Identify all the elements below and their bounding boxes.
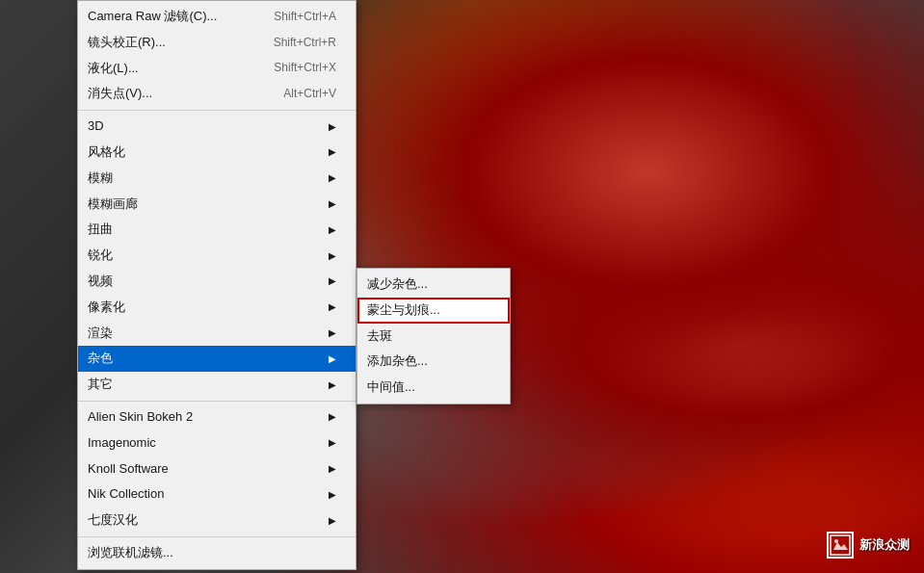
- filter-menu: Camera Raw 滤镜(C)... Shift+Ctrl+A 镜头校正(R)…: [77, 0, 356, 570]
- submenu-zaose: 减少杂色... 蒙尘与划痕... 去斑 添加杂色... 中间值...: [356, 268, 511, 404]
- menu-item-vanishing-point[interactable]: 消失点(V)... Alt+Ctrl+V: [78, 81, 356, 107]
- svg-point-1: [834, 539, 838, 543]
- separator-1: [78, 110, 356, 111]
- menu-item-nik-collection[interactable]: Nik Collection ▶: [78, 482, 356, 508]
- menu-item-qidu[interactable]: 七度汉化 ▶: [78, 508, 356, 534]
- watermark-icon: [827, 532, 854, 559]
- menu-item-render[interactable]: 渲染 ▶: [78, 321, 356, 347]
- watermark: 新浪众测: [827, 532, 910, 559]
- menu-item-browse-filters[interactable]: 浏览联机滤镜...: [78, 540, 356, 566]
- separator-3: [78, 536, 356, 537]
- submenu-item-dust-scratch[interactable]: 蒙尘与划痕...: [357, 298, 510, 324]
- submenu-item-reduce-noise[interactable]: 减少杂色...: [357, 272, 510, 298]
- menu-item-stylize[interactable]: 风格化 ▶: [78, 140, 356, 166]
- menu-item-blur[interactable]: 模糊 ▶: [78, 166, 356, 192]
- menu-item-alien-skin[interactable]: Alien Skin Bokeh 2 ▶: [78, 404, 356, 430]
- menu-item-other[interactable]: 其它 ▶: [78, 372, 356, 398]
- menu-item-pixelate[interactable]: 像素化 ▶: [78, 295, 356, 321]
- menu-item-video[interactable]: 视频 ▶: [78, 269, 356, 295]
- menu-item-sharpen[interactable]: 锐化 ▶: [78, 243, 356, 269]
- menu-item-zaose[interactable]: 杂色 ▶: [78, 346, 356, 372]
- menu-item-knoll-software[interactable]: Knoll Software ▶: [78, 456, 356, 482]
- watermark-text: 新浪众测: [859, 536, 910, 554]
- submenu-item-median[interactable]: 中间值...: [357, 375, 510, 401]
- menu-item-3d[interactable]: 3D ▶: [78, 114, 356, 140]
- separator-2: [78, 401, 356, 402]
- menu-item-imagenomic[interactable]: Imagenomic ▶: [78, 430, 356, 456]
- menu-item-liquify[interactable]: 液化(L)... Shift+Ctrl+X: [78, 56, 356, 82]
- svg-rect-0: [831, 535, 850, 555]
- submenu-item-despeckle[interactable]: 去斑: [357, 324, 510, 350]
- menu-item-lens-correct[interactable]: 镜头校正(R)... Shift+Ctrl+R: [78, 30, 356, 56]
- menu-item-distort[interactable]: 扭曲 ▶: [78, 217, 356, 243]
- menu-item-blur-gallery[interactable]: 模糊画廊 ▶: [78, 192, 356, 218]
- submenu-item-add-noise[interactable]: 添加杂色...: [357, 349, 510, 375]
- menu-item-camera-raw[interactable]: Camera Raw 滤镜(C)... Shift+Ctrl+A: [78, 4, 356, 30]
